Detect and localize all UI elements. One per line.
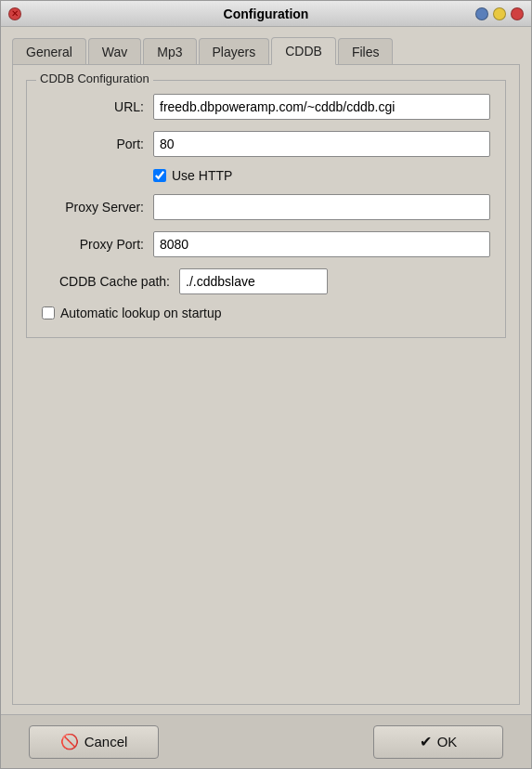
proxy-server-input[interactable] <box>153 194 490 220</box>
cache-path-row: CDDB Cache path: <box>42 268 490 294</box>
close-button[interactable]: ✕ <box>8 7 21 20</box>
proxy-server-row: Proxy Server: <box>42 194 490 220</box>
window-title: Configuration <box>224 7 309 21</box>
auto-lookup-checkbox[interactable] <box>42 306 55 319</box>
dot-yellow-icon <box>493 7 506 20</box>
use-http-checkbox[interactable] <box>153 169 166 182</box>
cddb-config-group: CDDB Configuration URL: Port: Use HTTP <box>26 80 506 338</box>
tab-wav[interactable]: Wav <box>88 38 141 65</box>
ok-button[interactable]: ✔ OK <box>373 725 503 759</box>
url-row: URL: <box>42 94 490 120</box>
cancel-label: Cancel <box>84 734 128 749</box>
proxy-port-label: Proxy Port: <box>42 237 153 252</box>
port-label: Port: <box>42 137 153 151</box>
titlebar: ✕ Configuration <box>1 1 531 27</box>
tab-bar: General Wav Mp3 Players CDDB Files <box>12 36 520 64</box>
cancel-icon: 🚫 <box>60 733 79 750</box>
url-label: URL: <box>42 99 153 114</box>
tab-cddb[interactable]: CDDB <box>271 37 336 65</box>
dot-red-icon <box>511 7 524 20</box>
main-content: General Wav Mp3 Players CDDB Files CDDB … <box>1 27 531 714</box>
url-input[interactable] <box>153 94 490 120</box>
proxy-server-label: Proxy Server: <box>42 200 153 215</box>
port-input[interactable] <box>153 131 490 157</box>
cddb-tab-panel: CDDB Configuration URL: Port: Use HTTP <box>12 64 520 705</box>
use-http-row: Use HTTP <box>42 168 490 183</box>
dot-blue-icon <box>475 7 488 20</box>
tab-mp3[interactable]: Mp3 <box>143 38 196 65</box>
window-controls <box>475 7 524 20</box>
window: ✕ Configuration General Wav Mp3 Players … <box>0 0 532 769</box>
use-http-label: Use HTTP <box>172 168 232 183</box>
port-row: Port: <box>42 131 490 157</box>
proxy-port-row: Proxy Port: <box>42 231 490 257</box>
tab-files[interactable]: Files <box>338 38 394 65</box>
tab-general[interactable]: General <box>12 38 86 65</box>
auto-lookup-label: Automatic lookup on startup <box>60 306 222 320</box>
tab-players[interactable]: Players <box>199 38 270 65</box>
ok-label: OK <box>437 734 458 749</box>
close-icon: ✕ <box>8 7 21 20</box>
proxy-port-input[interactable] <box>153 231 490 257</box>
button-bar: 🚫 Cancel ✔ OK <box>1 714 531 768</box>
cache-path-label: CDDB Cache path: <box>42 274 179 289</box>
ok-icon: ✔ <box>420 733 432 750</box>
cache-path-input[interactable] <box>179 268 328 294</box>
auto-lookup-row: Automatic lookup on startup <box>42 306 490 320</box>
group-label: CDDB Configuration <box>36 72 153 85</box>
cancel-button[interactable]: 🚫 Cancel <box>29 725 159 759</box>
